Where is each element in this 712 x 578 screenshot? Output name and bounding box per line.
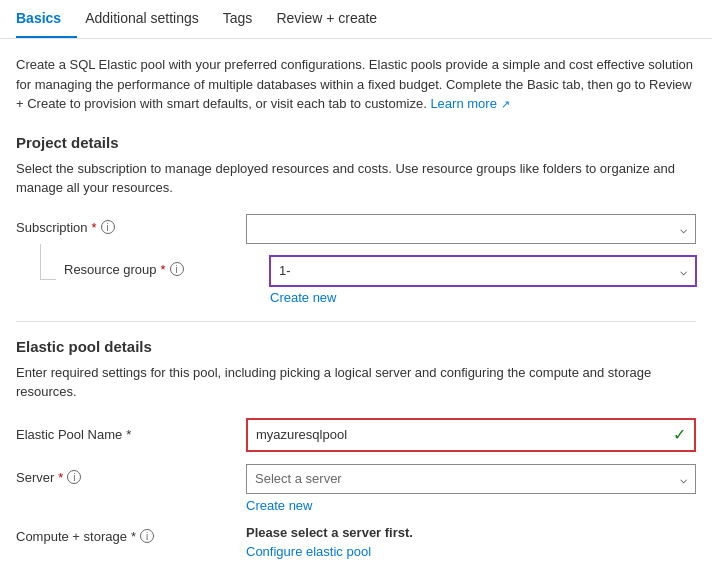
compute-note: Please select a server first.: [246, 525, 696, 540]
tab-additional-settings[interactable]: Additional settings: [85, 0, 215, 38]
tab-basics[interactable]: Basics: [16, 0, 77, 38]
section-divider-1: [16, 321, 696, 322]
server-label: Server * i: [16, 464, 246, 485]
subscription-label: Subscription * i: [16, 214, 246, 235]
learn-more-link[interactable]: Learn more ↗: [430, 96, 509, 111]
resource-group-row: Resource group * i 1- ⌵ Create new: [16, 256, 696, 305]
server-dropdown[interactable]: Select a server ⌵: [246, 464, 696, 494]
subscription-row: Subscription * i ⌵: [16, 214, 696, 244]
project-details-description: Select the subscription to manage deploy…: [16, 159, 696, 198]
resource-group-dropdown-arrow: ⌵: [680, 264, 687, 278]
server-control: Select a server ⌵ Create new: [246, 464, 696, 513]
subscription-info-icon[interactable]: i: [101, 220, 115, 234]
server-create-new[interactable]: Create new: [246, 498, 696, 513]
pool-name-input-wrap: ✓: [246, 418, 696, 452]
compute-required: *: [131, 529, 136, 544]
elastic-pool-description: Enter required settings for this pool, i…: [16, 363, 696, 402]
compute-value: Please select a server first. Configure …: [246, 525, 696, 559]
compute-label: Compute + storage * i: [16, 525, 246, 544]
subscription-dropdown-arrow: ⌵: [680, 222, 687, 236]
server-required: *: [58, 470, 63, 485]
project-details-section: Project details Select the subscription …: [16, 134, 696, 305]
pool-name-check-icon: ✓: [673, 425, 686, 444]
main-content: Create a SQL Elastic pool with your pref…: [0, 39, 712, 578]
pool-name-required: *: [126, 427, 131, 442]
resource-group-value: 1-: [279, 263, 291, 278]
compute-storage-row: Compute + storage * i Please select a se…: [16, 525, 696, 559]
intro-description: Create a SQL Elastic pool with your pref…: [16, 55, 696, 114]
resource-group-create-new[interactable]: Create new: [270, 290, 696, 305]
server-row: Server * i Select a server ⌵ Create new: [16, 464, 696, 513]
resource-group-control: 1- ⌵ Create new: [270, 256, 696, 305]
resource-group-info-icon[interactable]: i: [170, 262, 184, 276]
server-info-icon[interactable]: i: [67, 470, 81, 484]
pool-name-label: Elastic Pool Name *: [16, 427, 246, 442]
tab-bar: Basics Additional settings Tags Review +…: [0, 0, 712, 39]
server-dropdown-arrow: ⌵: [680, 472, 687, 486]
elastic-pool-details-section: Elastic pool details Enter required sett…: [16, 338, 696, 559]
elastic-pool-title: Elastic pool details: [16, 338, 696, 355]
project-details-title: Project details: [16, 134, 696, 151]
subscription-required: *: [92, 220, 97, 235]
compute-info-icon[interactable]: i: [140, 529, 154, 543]
resource-group-dropdown[interactable]: 1- ⌵: [270, 256, 696, 286]
pool-name-input[interactable]: [248, 420, 694, 450]
resource-group-label: Resource group * i: [64, 256, 270, 277]
tab-tags[interactable]: Tags: [223, 0, 269, 38]
resource-group-required: *: [161, 262, 166, 277]
external-link-icon: ↗: [501, 98, 510, 110]
subscription-dropdown[interactable]: ⌵: [246, 214, 696, 244]
tab-review-create[interactable]: Review + create: [276, 0, 393, 38]
server-placeholder: Select a server: [255, 471, 342, 486]
resource-group-connector: [40, 244, 56, 280]
configure-elastic-pool-link[interactable]: Configure elastic pool: [246, 544, 371, 559]
subscription-control: ⌵: [246, 214, 696, 244]
pool-name-row: Elastic Pool Name * ✓: [16, 418, 696, 452]
